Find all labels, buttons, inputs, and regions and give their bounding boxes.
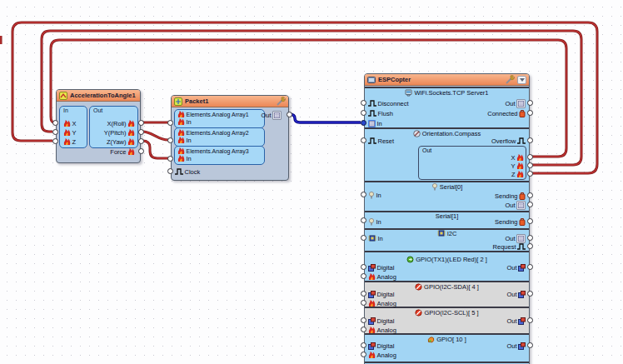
acc-pin-xroll[interactable]: X(Roll): [107, 119, 135, 127]
tcp-pin-disconnect[interactable]: Disconnect: [368, 99, 409, 107]
compass-pin-y[interactable]: Y: [511, 162, 524, 170]
esp-header[interactable]: ESPCopter: [365, 74, 529, 86]
tcp-connected-connector[interactable]: [527, 110, 533, 116]
gpio5-analog-connector[interactable]: [361, 327, 366, 332]
acc-pin-x-connector[interactable]: [52, 120, 58, 126]
tcp-pin-out[interactable]: Out: [505, 99, 526, 107]
acc-pin-force[interactable]: Force: [110, 147, 135, 156]
packet-header[interactable]: Packet1: [172, 96, 288, 107]
wire-packet-out-to-tcp-in[interactable]: [289, 114, 361, 122]
tcp-in-connector[interactable]: [361, 120, 366, 126]
serial0-out-connector[interactable]: [527, 202, 533, 207]
acc-pin-x[interactable]: X: [63, 119, 77, 127]
gpio10-out-connector[interactable]: [527, 342, 533, 348]
acc-header[interactable]: AccelerationToAngle1: [57, 90, 140, 102]
tcp-pin-connected[interactable]: Connected: [487, 109, 526, 117]
i2c-pin-request[interactable]: Request: [493, 242, 526, 251]
acc-pin-ypitch-connector[interactable]: [138, 129, 144, 135]
wire-acc-zyaw-to-packet-in3[interactable]: [142, 141, 168, 158]
gpio4-out-connector[interactable]: [527, 291, 533, 297]
acc-pin-force-connector[interactable]: [138, 148, 144, 154]
gpio5-digital-connector[interactable]: [361, 317, 366, 323]
i2c-in-connector[interactable]: [361, 235, 366, 241]
tcp-flush-connector[interactable]: [361, 110, 366, 116]
serial0-sending-connector[interactable]: [527, 192, 533, 198]
acc-pin-ypitch[interactable]: Y(Pitch): [104, 128, 135, 137]
serial1-sending-connector[interactable]: [527, 218, 533, 224]
i2c-request-connector[interactable]: [527, 243, 533, 249]
tcp-pin-in[interactable]: In: [368, 119, 382, 127]
gpio10-digital-connector[interactable]: [361, 342, 366, 348]
gpio10-pin-digital[interactable]: Digital: [368, 342, 394, 350]
packet-element-1[interactable]: Elements.Analog Array1 In: [174, 109, 265, 128]
packet-in3-connector[interactable]: [167, 156, 173, 162]
packet-in1-connector[interactable]: [167, 120, 173, 126]
serial1-pin-in[interactable]: In: [368, 217, 381, 226]
tcp-pin-flush[interactable]: Flush: [368, 109, 393, 117]
element1-pin-in[interactable]: In: [177, 117, 192, 126]
i2c-pin-in[interactable]: In: [368, 234, 383, 242]
gpio5-pin-out[interactable]: Out: [506, 317, 526, 325]
serial1-pin-sending[interactable]: Sending: [495, 217, 526, 226]
acc-pin-z-connector[interactable]: [52, 138, 58, 144]
wrench-icon[interactable]: [505, 75, 515, 84]
block-acceleration-to-angle1[interactable]: AccelerationToAngle1 In Out X Y Z X(Roll…: [56, 89, 141, 163]
serial1-in-connector[interactable]: [361, 217, 366, 223]
gpio2-analog-connector[interactable]: [361, 273, 366, 279]
acc-pin-zyaw[interactable]: Z(Yaw): [107, 137, 135, 146]
gpio4-digital-connector[interactable]: [361, 291, 366, 297]
serial0-in-connector[interactable]: [361, 192, 366, 197]
tcp-out-connector[interactable]: [527, 100, 533, 106]
compass-pin-overflow[interactable]: Overflow: [491, 137, 526, 145]
compass-z-connector[interactable]: [527, 171, 533, 177]
compass-overflow-connector[interactable]: [527, 137, 533, 143]
gpio10-analog-connector[interactable]: [361, 352, 366, 357]
gpio2-digital-connector[interactable]: [361, 264, 366, 270]
packet-clock-connector[interactable]: [167, 168, 173, 174]
element3-pin-in[interactable]: In: [177, 154, 192, 162]
i2c-pin-out[interactable]: Out: [505, 234, 526, 242]
serial0-pin-sending[interactable]: Sending: [495, 192, 526, 200]
collapse-button[interactable]: [517, 76, 526, 84]
acc-pin-zyaw-connector[interactable]: [138, 138, 144, 144]
acc-pin-z[interactable]: Z: [63, 137, 76, 146]
packet-in2-connector[interactable]: [167, 137, 173, 143]
tcp-disconnect-connector[interactable]: [361, 100, 366, 106]
compass-pin-z[interactable]: Z: [511, 170, 524, 178]
wrench-icon[interactable]: [276, 97, 286, 106]
gpio2-pin-digital[interactable]: Digital: [368, 263, 394, 272]
packet-pin-clock[interactable]: Clock: [175, 167, 200, 176]
gpio4-analog-connector[interactable]: [361, 300, 366, 306]
gpio2-out-connector[interactable]: [527, 264, 533, 270]
gpio2-pin-out[interactable]: Out: [506, 263, 526, 272]
compass-pin-reset[interactable]: Reset: [368, 137, 394, 145]
gpio5-pin-analog[interactable]: Analog: [368, 326, 396, 334]
packet-element-2[interactable]: Elements.Analog Array2 In: [174, 127, 265, 147]
gpio4-pin-digital[interactable]: Digital: [368, 290, 394, 298]
serial0-pin-in[interactable]: In: [368, 191, 381, 199]
element2-pin-in[interactable]: In: [177, 136, 192, 144]
gpio10-pin-analog[interactable]: Analog: [368, 351, 396, 359]
gpio4-pin-out[interactable]: Out: [506, 290, 526, 298]
compass-reset-connector[interactable]: [361, 137, 366, 143]
packet-pin-out[interactable]: Out: [261, 111, 282, 119]
acc-pin-y-connector[interactable]: [52, 129, 58, 135]
i2c-out-connector[interactable]: [527, 235, 533, 241]
packet-element-3[interactable]: Elements.Analog Array3 In: [174, 146, 265, 165]
compass-x-connector[interactable]: [527, 154, 533, 160]
gpio4-pin-analog[interactable]: Analog: [368, 299, 396, 307]
block-espcopter[interactable]: ESPCopter WiFi.Sockets.TCP Server1 Disco…: [364, 73, 530, 364]
acc-pin-xroll-connector[interactable]: [138, 120, 144, 126]
gpio5-out-connector[interactable]: [527, 317, 533, 323]
compass-y-connector[interactable]: [527, 162, 533, 168]
gpio5-pin-digital[interactable]: Digital: [368, 317, 394, 325]
gpio10-pin-out[interactable]: Out: [506, 342, 526, 350]
acc-pin-y[interactable]: Y: [63, 128, 77, 137]
visual-design-canvas[interactable]: AccelerationToAngle1 In Out X Y Z X(Roll…: [0, 0, 623, 364]
compass-pin-x[interactable]: X: [511, 153, 524, 162]
wire-acc-ypitch-to-packet-in2[interactable]: [142, 132, 168, 140]
gpio2-pin-analog[interactable]: Analog: [368, 272, 396, 281]
block-packet1[interactable]: Packet1 Out Elements.Analog Array1 In: [171, 95, 289, 181]
packet-out-connector[interactable]: [287, 112, 292, 117]
serial0-pin-out[interactable]: Out: [505, 201, 526, 209]
